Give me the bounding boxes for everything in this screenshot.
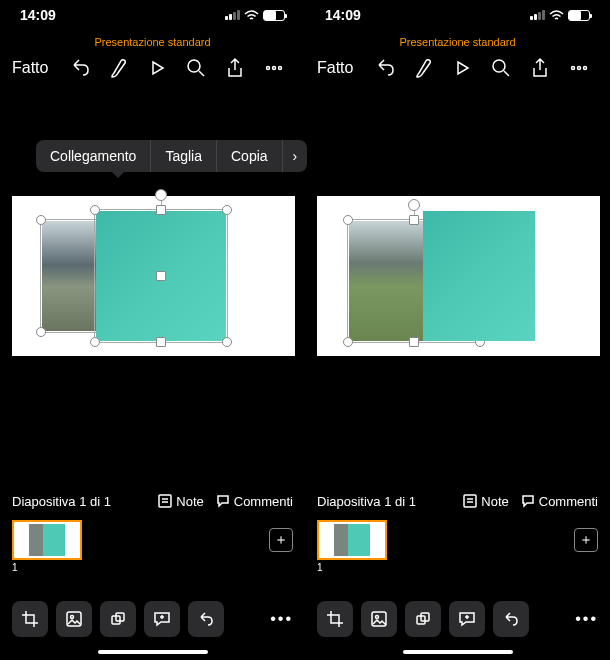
home-indicator[interactable] — [403, 650, 513, 654]
slide-canvas[interactable] — [317, 196, 600, 356]
comments-button[interactable]: Commenti — [521, 494, 598, 509]
layers-button[interactable] — [405, 601, 441, 637]
status-bar: 14:09 — [305, 0, 610, 30]
svg-point-0 — [188, 60, 200, 72]
done-button[interactable]: Fatto — [12, 59, 56, 77]
ctx-taglia[interactable]: Taglia — [151, 140, 217, 172]
slide-counter: Diapositiva 1 di 1 — [317, 494, 451, 509]
image-button[interactable] — [361, 601, 397, 637]
image-button[interactable] — [56, 601, 92, 637]
cellular-icon — [530, 10, 545, 20]
svg-point-9 — [493, 60, 505, 72]
slide-thumbnail-1[interactable] — [12, 520, 82, 560]
thumb-number: 1 — [317, 562, 387, 573]
notes-button[interactable]: Note — [463, 494, 508, 509]
svg-point-2 — [272, 67, 275, 70]
bottom-more-button[interactable]: ••• — [575, 610, 598, 628]
svg-point-12 — [583, 67, 586, 70]
svg-point-6 — [71, 616, 74, 619]
status-time: 14:09 — [20, 7, 56, 23]
svg-point-10 — [571, 67, 574, 70]
wifi-icon — [244, 10, 259, 21]
photo-front-selected[interactable] — [96, 211, 226, 341]
svg-point-11 — [577, 67, 580, 70]
battery-icon — [568, 10, 590, 21]
svg-point-1 — [266, 67, 269, 70]
comment-add-button[interactable] — [144, 601, 180, 637]
brush-button[interactable] — [413, 57, 435, 79]
share-button[interactable] — [529, 57, 551, 79]
notes-button[interactable]: Note — [158, 494, 203, 509]
revert-button[interactable] — [493, 601, 529, 637]
bottom-more-button[interactable]: ••• — [270, 610, 293, 628]
preset-label[interactable]: Presentazione standard — [305, 30, 610, 50]
done-button[interactable]: Fatto — [317, 59, 361, 77]
share-button[interactable] — [224, 57, 246, 79]
add-slide-button[interactable]: ＋ — [574, 528, 598, 552]
play-button[interactable] — [146, 57, 168, 79]
wifi-icon — [549, 10, 564, 21]
slide-canvas[interactable] — [12, 196, 295, 356]
home-indicator[interactable] — [98, 650, 208, 654]
search-button[interactable] — [490, 57, 512, 79]
svg-point-15 — [376, 616, 379, 619]
ctx-collegamento[interactable]: Collegamento — [36, 140, 151, 172]
slide-counter: Diapositiva 1 di 1 — [12, 494, 146, 509]
rotate-handle[interactable] — [408, 199, 420, 211]
layers-button[interactable] — [100, 601, 136, 637]
search-button[interactable] — [185, 57, 207, 79]
revert-button[interactable] — [188, 601, 224, 637]
add-slide-button[interactable]: ＋ — [269, 528, 293, 552]
thumb-number: 1 — [12, 562, 82, 573]
undo-button[interactable] — [69, 57, 91, 79]
preset-label[interactable]: Presentazione standard — [0, 30, 305, 50]
status-time: 14:09 — [325, 7, 361, 23]
brush-button[interactable] — [108, 57, 130, 79]
comment-add-button[interactable] — [449, 601, 485, 637]
cellular-icon — [225, 10, 240, 20]
ctx-copia[interactable]: Copia — [217, 140, 283, 172]
context-menu: Collegamento Taglia Copia › — [36, 140, 307, 172]
ctx-more[interactable]: › — [283, 140, 308, 172]
svg-rect-13 — [464, 495, 476, 507]
undo-button[interactable] — [374, 57, 396, 79]
more-button[interactable] — [263, 57, 285, 79]
top-toolbar: Fatto — [0, 50, 305, 86]
svg-rect-4 — [159, 495, 171, 507]
crop-button[interactable] — [317, 601, 353, 637]
crop-button[interactable] — [12, 601, 48, 637]
more-button[interactable] — [568, 57, 590, 79]
photo-front[interactable] — [423, 211, 535, 341]
top-toolbar: Fatto — [305, 50, 610, 86]
play-button[interactable] — [451, 57, 473, 79]
battery-icon — [263, 10, 285, 21]
rotate-handle[interactable] — [155, 189, 167, 201]
slide-thumbnail-1[interactable] — [317, 520, 387, 560]
comments-button[interactable]: Commenti — [216, 494, 293, 509]
status-bar: 14:09 — [0, 0, 305, 30]
svg-point-3 — [278, 67, 281, 70]
